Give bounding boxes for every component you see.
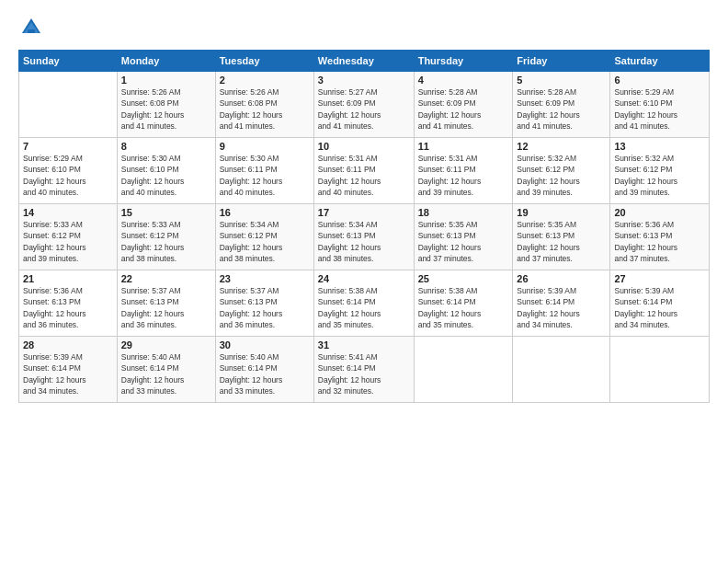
weekday-header-wednesday: Wednesday	[313, 51, 414, 72]
day-number: 29	[121, 339, 211, 350]
day-number: 28	[23, 339, 113, 350]
day-info: Sunrise: 5:30 AMSunset: 6:10 PMDaylight:…	[121, 154, 185, 197]
day-info: Sunrise: 5:39 AMSunset: 6:14 PMDaylight:…	[614, 286, 677, 329]
calendar-cell: 27 Sunrise: 5:39 AMSunset: 6:14 PMDaylig…	[610, 270, 710, 337]
week-row-1: 7 Sunrise: 5:29 AMSunset: 6:10 PMDayligh…	[19, 138, 710, 204]
day-info: Sunrise: 5:37 AMSunset: 6:13 PMDaylight:…	[121, 286, 185, 329]
calendar-cell: 9 Sunrise: 5:30 AMSunset: 6:11 PMDayligh…	[215, 138, 313, 204]
weekday-header-monday: Monday	[117, 51, 215, 72]
calendar-body: 1 Sunrise: 5:26 AMSunset: 6:08 PMDayligh…	[19, 72, 710, 403]
day-info: Sunrise: 5:32 AMSunset: 6:12 PMDaylight:…	[614, 154, 677, 197]
day-number: 31	[318, 339, 410, 350]
day-number: 12	[517, 141, 606, 152]
day-info: Sunrise: 5:31 AMSunset: 6:11 PMDaylight:…	[418, 154, 482, 197]
calendar-cell: 21 Sunrise: 5:36 AMSunset: 6:13 PMDaylig…	[19, 270, 118, 337]
day-number: 19	[517, 207, 606, 218]
logo-icon	[18, 15, 44, 40]
day-number: 30	[220, 339, 310, 350]
calendar-cell: 29 Sunrise: 5:40 AMSunset: 6:14 PMDaylig…	[117, 337, 215, 403]
week-row-2: 14 Sunrise: 5:33 AMSunset: 6:12 PMDaylig…	[19, 204, 710, 270]
calendar-cell	[513, 337, 610, 403]
logo	[18, 15, 48, 40]
day-number: 15	[121, 207, 211, 218]
calendar-cell: 19 Sunrise: 5:35 AMSunset: 6:13 PMDaylig…	[513, 204, 610, 270]
calendar-cell: 11 Sunrise: 5:31 AMSunset: 6:11 PMDaylig…	[414, 138, 513, 204]
calendar-cell: 12 Sunrise: 5:32 AMSunset: 6:12 PMDaylig…	[513, 138, 610, 204]
calendar-cell: 10 Sunrise: 5:31 AMSunset: 6:11 PMDaylig…	[313, 138, 414, 204]
calendar-cell: 6 Sunrise: 5:29 AMSunset: 6:10 PMDayligh…	[610, 72, 710, 138]
weekday-header-row: SundayMondayTuesdayWednesdayThursdayFrid…	[19, 51, 710, 72]
day-info: Sunrise: 5:28 AMSunset: 6:09 PMDaylight:…	[418, 87, 482, 131]
weekday-header-saturday: Saturday	[610, 51, 710, 72]
day-info: Sunrise: 5:34 AMSunset: 6:13 PMDaylight:…	[318, 220, 381, 263]
calendar-cell: 1 Sunrise: 5:26 AMSunset: 6:08 PMDayligh…	[117, 72, 215, 138]
day-info: Sunrise: 5:35 AMSunset: 6:13 PMDaylight:…	[517, 220, 580, 263]
weekday-header-friday: Friday	[513, 51, 610, 72]
weekday-header-tuesday: Tuesday	[215, 51, 313, 72]
calendar-cell: 20 Sunrise: 5:36 AMSunset: 6:13 PMDaylig…	[610, 204, 710, 270]
day-number: 18	[418, 207, 509, 218]
day-number: 8	[121, 141, 211, 152]
header	[18, 15, 710, 40]
week-row-4: 28 Sunrise: 5:39 AMSunset: 6:14 PMDaylig…	[19, 337, 710, 403]
day-number: 4	[418, 75, 509, 86]
calendar-cell	[414, 337, 513, 403]
day-number: 16	[220, 207, 310, 218]
day-number: 10	[318, 141, 410, 152]
calendar-cell	[610, 337, 710, 403]
calendar-cell: 17 Sunrise: 5:34 AMSunset: 6:13 PMDaylig…	[313, 204, 414, 270]
day-info: Sunrise: 5:26 AMSunset: 6:08 PMDaylight:…	[220, 87, 283, 131]
day-number: 3	[318, 75, 410, 86]
calendar-cell	[19, 72, 118, 138]
day-info: Sunrise: 5:27 AMSunset: 6:09 PMDaylight:…	[318, 87, 381, 131]
calendar-cell: 30 Sunrise: 5:40 AMSunset: 6:14 PMDaylig…	[215, 337, 313, 403]
day-info: Sunrise: 5:34 AMSunset: 6:12 PMDaylight:…	[220, 220, 283, 263]
day-info: Sunrise: 5:28 AMSunset: 6:09 PMDaylight:…	[517, 87, 580, 131]
calendar-cell: 26 Sunrise: 5:39 AMSunset: 6:14 PMDaylig…	[513, 270, 610, 337]
day-number: 20	[614, 207, 705, 218]
weekday-header-sunday: Sunday	[19, 51, 118, 72]
day-number: 11	[418, 141, 509, 152]
svg-rect-2	[28, 29, 35, 33]
day-number: 1	[121, 75, 211, 86]
day-info: Sunrise: 5:29 AMSunset: 6:10 PMDaylight:…	[614, 87, 677, 131]
calendar-cell: 14 Sunrise: 5:33 AMSunset: 6:12 PMDaylig…	[19, 204, 118, 270]
calendar-table: SundayMondayTuesdayWednesdayThursdayFrid…	[18, 50, 710, 403]
calendar-cell: 4 Sunrise: 5:28 AMSunset: 6:09 PMDayligh…	[414, 72, 513, 138]
day-info: Sunrise: 5:39 AMSunset: 6:14 PMDaylight:…	[23, 352, 86, 396]
day-info: Sunrise: 5:41 AMSunset: 6:14 PMDaylight:…	[318, 352, 381, 396]
calendar-cell: 22 Sunrise: 5:37 AMSunset: 6:13 PMDaylig…	[117, 270, 215, 337]
day-info: Sunrise: 5:38 AMSunset: 6:14 PMDaylight:…	[318, 286, 381, 329]
calendar-cell: 18 Sunrise: 5:35 AMSunset: 6:13 PMDaylig…	[414, 204, 513, 270]
day-info: Sunrise: 5:32 AMSunset: 6:12 PMDaylight:…	[517, 154, 580, 197]
day-info: Sunrise: 5:29 AMSunset: 6:10 PMDaylight:…	[23, 154, 86, 197]
day-info: Sunrise: 5:40 AMSunset: 6:14 PMDaylight:…	[121, 352, 185, 396]
day-info: Sunrise: 5:40 AMSunset: 6:14 PMDaylight:…	[220, 352, 283, 396]
day-info: Sunrise: 5:35 AMSunset: 6:13 PMDaylight:…	[418, 220, 482, 263]
day-number: 17	[318, 207, 410, 218]
day-info: Sunrise: 5:36 AMSunset: 6:13 PMDaylight:…	[23, 286, 86, 329]
calendar-cell: 31 Sunrise: 5:41 AMSunset: 6:14 PMDaylig…	[313, 337, 414, 403]
day-info: Sunrise: 5:33 AMSunset: 6:12 PMDaylight:…	[23, 220, 86, 263]
weekday-header-thursday: Thursday	[414, 51, 513, 72]
week-row-0: 1 Sunrise: 5:26 AMSunset: 6:08 PMDayligh…	[19, 72, 710, 138]
day-number: 26	[517, 273, 606, 284]
day-number: 13	[614, 141, 705, 152]
calendar-cell: 24 Sunrise: 5:38 AMSunset: 6:14 PMDaylig…	[313, 270, 414, 337]
day-number: 7	[23, 141, 113, 152]
day-number: 22	[121, 273, 211, 284]
day-info: Sunrise: 5:30 AMSunset: 6:11 PMDaylight:…	[220, 154, 283, 197]
day-number: 21	[23, 273, 113, 284]
page: SundayMondayTuesdayWednesdayThursdayFrid…	[0, 0, 728, 563]
calendar-cell: 5 Sunrise: 5:28 AMSunset: 6:09 PMDayligh…	[513, 72, 610, 138]
day-number: 9	[220, 141, 310, 152]
calendar-cell: 8 Sunrise: 5:30 AMSunset: 6:10 PMDayligh…	[117, 138, 215, 204]
day-info: Sunrise: 5:26 AMSunset: 6:08 PMDaylight:…	[121, 87, 185, 131]
calendar-cell: 13 Sunrise: 5:32 AMSunset: 6:12 PMDaylig…	[610, 138, 710, 204]
day-info: Sunrise: 5:38 AMSunset: 6:14 PMDaylight:…	[418, 286, 482, 329]
calendar-cell: 28 Sunrise: 5:39 AMSunset: 6:14 PMDaylig…	[19, 337, 118, 403]
calendar-cell: 7 Sunrise: 5:29 AMSunset: 6:10 PMDayligh…	[19, 138, 118, 204]
day-number: 2	[220, 75, 310, 86]
calendar-cell: 23 Sunrise: 5:37 AMSunset: 6:13 PMDaylig…	[215, 270, 313, 337]
day-number: 6	[614, 75, 705, 86]
